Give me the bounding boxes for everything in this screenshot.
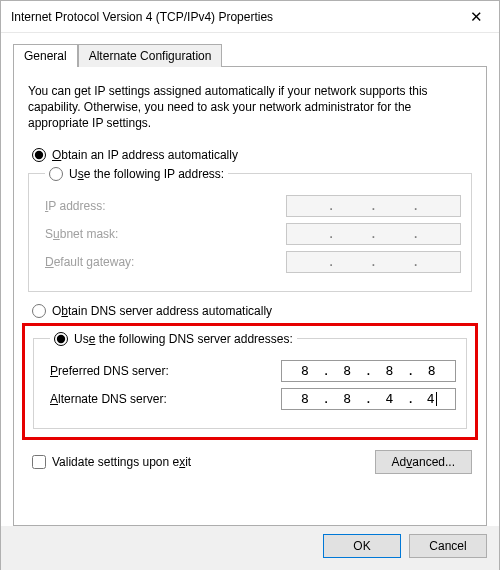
close-icon: ✕ [470,8,483,26]
ok-button[interactable]: OK [323,534,401,558]
radio-dns-manual[interactable]: Use the following DNS server addresses: [54,332,293,346]
intro-text: You can get IP settings assigned automat… [28,83,472,132]
radio-ip-manual-label: Use the following IP address: [69,167,224,181]
default-gateway-label: Default gateway: [45,255,225,269]
dialog-footer: OK Cancel [1,526,499,570]
alternate-dns-label: Alternate DNS server: [50,392,230,406]
tabs: General Alternate Configuration [13,43,487,66]
subnet-mask-input: ... [286,223,461,245]
validate-checkbox[interactable] [32,455,46,469]
ip-address-label: IP address: [45,199,225,213]
radio-dns-auto-label: Obtain DNS server address automatically [52,304,272,318]
radio-ip-manual[interactable]: Use the following IP address: [49,167,224,181]
default-gateway-input: ... [286,251,461,273]
radio-dns-manual-input[interactable] [54,332,68,346]
radio-dns-auto-input[interactable] [32,304,46,318]
close-button[interactable]: ✕ [453,1,499,33]
dns-group: Use the following DNS server addresses: … [33,332,467,429]
radio-dns-manual-label: Use the following DNS server addresses: [74,332,293,346]
tab-panel-general: You can get IP settings assigned automat… [13,66,487,526]
text-caret [436,392,437,406]
titlebar: Internet Protocol Version 4 (TCP/IPv4) P… [1,1,499,33]
radio-ip-manual-input[interactable] [49,167,63,181]
radio-ip-auto-label: Obtain an IP address automatically [52,148,238,162]
alternate-dns-input[interactable]: 8. 8. 4. 4 [281,388,456,410]
ip-address-input: ... [286,195,461,217]
radio-ip-auto-input[interactable] [32,148,46,162]
tab-general[interactable]: General [13,44,78,67]
advanced-button[interactable]: Advanced... [375,450,472,474]
validate-label: Validate settings upon exit [52,455,191,469]
validate-checkbox-row[interactable]: Validate settings upon exit [32,455,191,469]
preferred-dns-label: Preferred DNS server: [50,364,230,378]
ip-address-group: Use the following IP address: IP address… [28,167,472,292]
highlight-box: Use the following DNS server addresses: … [22,323,478,440]
cancel-button[interactable]: Cancel [409,534,487,558]
window-title: Internet Protocol Version 4 (TCP/IPv4) P… [11,10,273,24]
radio-dns-auto[interactable]: Obtain DNS server address automatically [28,304,472,318]
preferred-dns-input[interactable]: 8. 8. 8. 8 [281,360,456,382]
tab-alternate[interactable]: Alternate Configuration [78,44,223,67]
subnet-mask-label: Subnet mask: [45,227,225,241]
radio-ip-auto[interactable]: Obtain an IP address automatically [28,148,472,162]
